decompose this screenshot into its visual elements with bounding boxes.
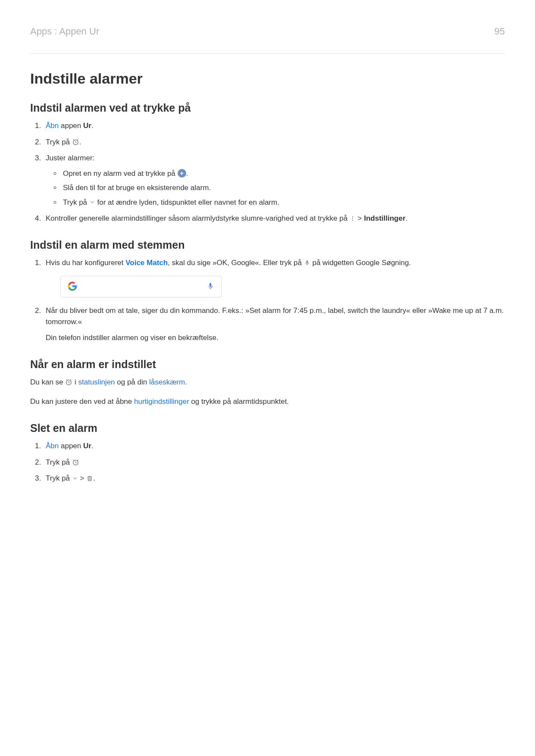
step-item: Tryk på > . [43,473,505,484]
sub-bullet: Slå den til for at bruge en eksisterende… [61,182,505,194]
microphone-icon [304,259,310,266]
step-text: . [91,122,94,130]
trash-icon [86,475,93,482]
step-text: Tryk på [46,458,72,466]
step-text: for at ændre lyden, tidspunktet eller na… [97,198,279,206]
google-g-icon [68,281,77,291]
google-search-widget [60,276,222,297]
chevron-down-icon [89,199,95,205]
text: og trykke på alarmtidspunktet. [189,397,289,406]
step-text: . [79,138,81,146]
section-heading-delete-alarm: Slet en alarm [30,422,505,434]
svg-point-2 [352,218,353,219]
step-text: . [91,442,94,450]
step-text: Hvis du har konfigureret [46,259,125,267]
step-text: . [93,474,95,482]
step-text: > [80,474,87,482]
step-text: appen [59,442,83,450]
page-title: Indstille alarmer [30,70,505,87]
step-text: Tryk på [46,474,72,482]
step-text: . [406,214,408,222]
add-alarm-icon [178,169,186,178]
step-followup: Din telefon indstiller alarmen og viser … [46,332,505,344]
more-vert-icon [350,215,356,222]
step-text: . [186,169,188,178]
link-statusbar[interactable]: statuslinjen [78,378,115,386]
step-item: Når du bliver bedt om at tale, siger du … [43,305,505,344]
alarm-clock-icon [72,138,79,146]
step-item: Tryk på . [43,137,505,148]
steps-set-alarm-tap: Åbn appen Ur. Tryk på . Juster alarmer: … [30,120,505,224]
body-paragraph: Du kan justere den ved at åbne hurtigind… [30,396,505,407]
text: Du kan se [30,378,65,386]
google-mic-icon [206,281,214,291]
step-item: Juster alarmer: Opret en ny alarm ved at… [43,153,505,208]
svg-point-3 [352,219,353,220]
link-quicksettings[interactable]: hurtigindstillinger [134,397,189,406]
steps-set-alarm-voice: Hvis du har konfigureret Voice Match, sk… [30,257,505,344]
step-item: Kontroller generelle alarmindstillinger … [43,213,505,224]
svg-rect-4 [306,260,308,263]
step-text: Juster alarmer: [46,154,94,162]
step-text: på widgetten Google Søgning. [312,259,411,267]
step-item: Åbn appen Ur. [43,440,505,452]
step-text: Opret en ny alarm ved at trykke på [63,169,178,178]
link-lockscreen[interactable]: låseskærm [149,378,185,386]
link-open-app[interactable]: Åbn [46,122,59,130]
section-heading-when-alarm-set: Når en alarm er indstillet [30,358,505,371]
step-text: Kontroller generelle alarmindstillinger … [46,214,350,222]
app-name: Ur [83,442,91,450]
step-text: appen [59,122,83,130]
sub-bullets: Opret en ny alarm ved at trykke på . Slå… [49,168,505,208]
step-text: Tryk på [46,138,72,146]
step-text: , skal du sige »OK, Google«. Eller tryk … [168,259,304,267]
alarm-clock-icon [65,378,72,386]
svg-point-1 [352,216,353,217]
settings-label: Indstillinger [364,214,405,222]
step-item: Tryk på [43,457,505,468]
text: i [75,378,78,386]
link-open-app[interactable]: Åbn [46,442,59,450]
app-name: Ur [83,122,91,130]
text: . [185,378,187,386]
page-number: 95 [494,26,505,37]
step-text: Når du bliver bedt om at tale, siger du … [46,306,504,326]
alarm-clock-icon [72,459,79,466]
text: og på din [115,378,149,386]
page-header: Apps : Appen Ur 95 [30,26,505,54]
sub-bullet: Tryk på for at ændre lyden, tidspunktet … [61,197,505,208]
text: Du kan justere den ved at åbne [30,397,134,406]
steps-delete-alarm: Åbn appen Ur. Tryk på Tryk på > . [30,440,505,484]
step-item: Hvis du har konfigureret Voice Match, sk… [43,257,505,298]
body-paragraph: Du kan se i statuslinjen og på din låses… [30,377,505,388]
link-voice-match[interactable]: Voice Match [125,259,168,267]
section-heading-set-alarm-tap: Indstil alarmen ved at trykke på [30,102,505,114]
sub-bullet: Opret en ny alarm ved at trykke på . [61,168,505,179]
section-heading-set-alarm-voice: Indstil en alarm med stemmen [30,239,505,251]
step-item: Åbn appen Ur. [43,120,505,131]
step-text: > [356,214,364,222]
step-text: Tryk på [63,198,89,206]
breadcrumb: Apps : Appen Ur [30,26,99,37]
chevron-down-icon [72,475,78,481]
